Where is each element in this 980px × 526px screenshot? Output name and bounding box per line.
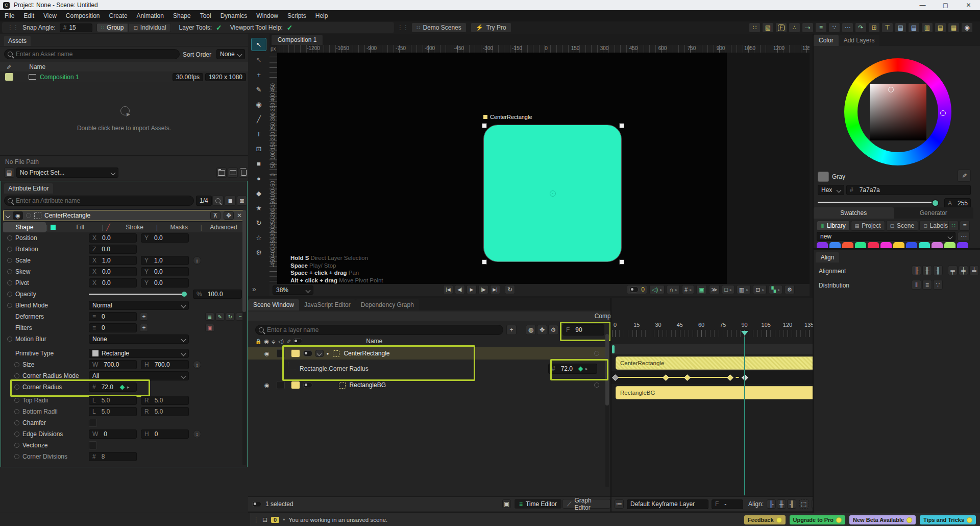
menu-dynamics[interactable]: Dynamics (216, 12, 252, 19)
keyframe-dot-icon[interactable] (14, 398, 19, 403)
skip-start-button[interactable]: |◀ (443, 285, 453, 294)
attr-field-keyed[interactable]: #72.0▸ (89, 382, 137, 392)
attr-checkbox[interactable] (89, 441, 97, 449)
keyframe-layer-icon[interactable]: ≔ (615, 499, 624, 509)
attr-field[interactable]: H0 (141, 429, 189, 439)
add-button[interactable]: + (140, 324, 148, 332)
play-button[interactable]: ▶ (467, 285, 477, 294)
hex-mode-dropdown[interactable]: Hex (818, 185, 844, 195)
tab-assets[interactable]: Assets (4, 36, 31, 46)
menu-file[interactable]: File (0, 12, 19, 19)
subtab-generator[interactable]: Generator (894, 207, 974, 219)
palette-more-button[interactable]: ⋯ (958, 232, 970, 241)
source-project[interactable]: ▤Project (851, 221, 885, 231)
attr-field[interactable]: Y1.0 (141, 256, 189, 265)
grid-icon[interactable]: ▦ (948, 22, 960, 33)
keyframe-dot-icon[interactable] (7, 247, 12, 252)
frame-icon[interactable]: F (775, 22, 787, 33)
attr-field[interactable]: ≡0 (89, 323, 137, 332)
attr-field[interactable]: X0.0 (89, 233, 137, 243)
slider-handle[interactable] (182, 292, 187, 297)
selection-handle[interactable] (619, 259, 624, 265)
toggle-icon[interactable] (252, 501, 261, 507)
move-button[interactable]: ✥ (224, 211, 234, 220)
selection-handle[interactable] (482, 259, 487, 265)
layer-row[interactable]: ◉RectangleBG (248, 379, 605, 391)
attr-dropdown[interactable]: Rectangle (89, 349, 189, 358)
render-settings-button[interactable]: ⚙ (785, 285, 795, 294)
close-button[interactable]: ✕ (957, 2, 980, 9)
attr-tab-stroke[interactable]: Stroke (113, 222, 156, 232)
guides-button[interactable]: ▣ (696, 285, 706, 294)
keyframe-dot-icon[interactable] (7, 292, 12, 297)
mini-icon[interactable]: ≣ (205, 313, 214, 321)
attribute-layer-header[interactable]: ◉ CenterRectangle ⊼ ✥ ✕ (3, 210, 245, 221)
tab-color[interactable]: Color (814, 35, 839, 46)
polygon-tool[interactable]: ◆ (252, 187, 266, 199)
keyframe-diamond[interactable] (663, 374, 669, 381)
attribute-scrollbar[interactable] (242, 210, 246, 465)
attr-field[interactable]: X0.0 (89, 278, 137, 288)
keyframe-dot-icon[interactable] (14, 443, 19, 448)
layer-attr-value[interactable]: #72.0▸ (548, 364, 597, 374)
attr-dropdown[interactable]: None (89, 334, 189, 344)
selection-handle[interactable] (482, 123, 487, 128)
hue-cursor[interactable] (940, 110, 946, 116)
tab-dependency-graph[interactable]: Dependency Graph (356, 299, 419, 310)
sort-order-dropdown[interactable]: None (216, 49, 245, 59)
attr-field[interactable]: #8 (89, 452, 137, 461)
asset-search-input[interactable] (4, 49, 180, 59)
text-tool[interactable]: T (252, 128, 266, 140)
keyframe-dot-icon[interactable] (14, 409, 19, 414)
pin-list-button[interactable]: ≣ (225, 196, 236, 206)
menu-window[interactable]: Window (252, 12, 283, 19)
layout-top-icon[interactable]: ▤ (895, 22, 906, 33)
arc-icon[interactable]: ↷ (855, 22, 867, 33)
line-tool[interactable]: ╱ (252, 113, 266, 125)
tab-javascript-editor[interactable]: JavaScript Editor (299, 299, 356, 310)
distribution-button-1[interactable]: ≡ (922, 280, 932, 290)
attr-dropdown[interactable]: Normal (89, 301, 189, 310)
keyframe-dot-icon[interactable] (7, 280, 12, 285)
console-icon[interactable]: ⊟ (262, 516, 267, 523)
toggle-icon[interactable] (303, 350, 312, 356)
alignment-button-5[interactable]: ╧ (969, 266, 979, 275)
tab-composition-1[interactable]: Composition 1 (272, 35, 323, 45)
collapse-chevron-icon[interactable] (6, 213, 11, 218)
node-graph-icon[interactable]: ∵ (828, 22, 840, 33)
grid-view-button[interactable]: ∷ (948, 221, 959, 231)
solo-ball-button[interactable]: ◍ (526, 325, 536, 335)
camera-icon[interactable]: ◉ (961, 22, 973, 33)
menu-scripts[interactable]: Scripts (283, 12, 311, 19)
tab-add-layers[interactable]: Add Layers (839, 35, 880, 46)
keyframe-diamond-icon[interactable] (578, 366, 583, 371)
skip-end-button[interactable]: ▶| (490, 285, 500, 294)
rectangle-tool[interactable]: ■ (252, 157, 266, 170)
filter-settings-button[interactable]: ⚙ (548, 325, 558, 335)
menu-view[interactable]: View (39, 12, 61, 19)
status-button-upgrade-to-pro[interactable]: Upgrade to Pro (790, 515, 845, 524)
attr-field[interactable]: %100.0 (193, 290, 242, 299)
sv-cursor[interactable] (888, 87, 894, 92)
link-toggle-icon[interactable]: ↕ (193, 256, 201, 265)
eye-icon[interactable]: ◉ (264, 350, 270, 357)
magnet-button[interactable]: ∩▸ (667, 285, 680, 294)
star-tool[interactable]: ★ (252, 202, 266, 214)
ellipse-tool[interactable]: ● (252, 172, 266, 184)
alignment-button-0[interactable]: ╟ (912, 266, 921, 275)
attr-tab-masks[interactable]: Masks (158, 222, 201, 232)
graph-editor-button[interactable]: ⟋ Graph Editor (562, 499, 610, 509)
folder-button[interactable] (216, 168, 227, 178)
keyframe-dot-icon[interactable] (7, 269, 12, 274)
asset-row-composition[interactable]: Composition 1 30.00fps 1920 x 1080 (0, 72, 248, 82)
attr-field[interactable]: W0 (89, 429, 137, 439)
timeline-f-field[interactable]: F- (712, 499, 743, 509)
table-icon[interactable]: ⊞ (868, 22, 880, 33)
tl-align-button-1[interactable]: ╫ (777, 499, 786, 509)
attr-dropdown[interactable]: All (89, 371, 189, 380)
step-forward-button[interactable]: |▶ (478, 285, 488, 294)
tab-attribute-editor[interactable]: Attribute Editor (4, 183, 53, 194)
menu-composition[interactable]: Composition (61, 12, 105, 19)
palette-dropdown[interactable]: new (817, 232, 955, 241)
select-tool[interactable]: ↖ (251, 38, 266, 51)
